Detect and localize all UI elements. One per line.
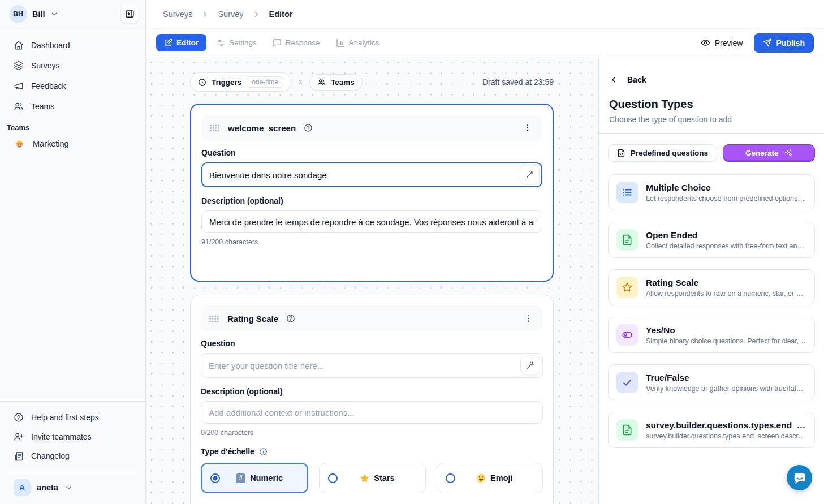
question-type-description: Allow respondents to rate on a numeric, … bbox=[646, 290, 806, 298]
question-type-description: survey.builder.questions.types.end_scree… bbox=[646, 432, 806, 440]
question-card-rating-scale[interactable]: Rating Scale Question Description (optio… bbox=[190, 295, 554, 504]
question-type-yes-no[interactable]: Yes/No Simple binary choice questions. P… bbox=[608, 317, 815, 353]
generate-label: Generate bbox=[745, 149, 779, 157]
scale-option-emoji[interactable]: Emoji bbox=[437, 463, 543, 493]
app-root: BH Bill Dashboard Surveys Feedb bbox=[0, 0, 824, 504]
tab-label: Response bbox=[286, 38, 320, 47]
chevron-down-icon bbox=[50, 10, 58, 18]
tab-response[interactable]: Response bbox=[266, 34, 326, 52]
workspace-name: Bill bbox=[32, 10, 45, 19]
sidebar-item-label: Surveys bbox=[31, 61, 60, 70]
info-icon[interactable] bbox=[259, 447, 268, 456]
question-type-list: Multiple Choice Let respondents choose f… bbox=[608, 174, 815, 448]
eye-icon bbox=[701, 38, 710, 48]
publish-button[interactable]: Publish bbox=[754, 33, 814, 53]
question-type-rating-scale[interactable]: Rating Scale Allow respondents to rate o… bbox=[608, 269, 815, 305]
sidebar-item-help[interactable]: Help and first steps bbox=[7, 408, 139, 427]
sidebar-section-teams: Teams bbox=[0, 115, 145, 134]
scale-option-label: Stars bbox=[374, 473, 394, 483]
question-type-title: Open Ended bbox=[646, 230, 806, 240]
triggers-chip[interactable]: Triggers one-time bbox=[190, 72, 291, 92]
teams-chip[interactable]: Teams bbox=[309, 74, 363, 91]
draft-status: Draft saved at 23:59 bbox=[482, 77, 554, 87]
one-time-badge: one-time bbox=[247, 76, 283, 88]
chevron-down-icon bbox=[64, 484, 73, 492]
scale-option-label: Numeric bbox=[250, 473, 283, 483]
drag-handle-icon[interactable] bbox=[209, 124, 220, 132]
ai-wand-button[interactable] bbox=[520, 356, 540, 376]
sidebar-item-label: Invite teammates bbox=[31, 432, 92, 441]
question-card-welcome-screen[interactable]: welcome_screen Question Description (opt… bbox=[190, 104, 554, 282]
chat-bubble-icon bbox=[793, 471, 806, 485]
sparkles-icon bbox=[784, 149, 792, 157]
question-type-description: Collect detailed responses with free-for… bbox=[646, 242, 806, 250]
question-type-end-screen[interactable]: survey.builder.questions.types.end_scr..… bbox=[608, 412, 815, 448]
back-button[interactable]: Back bbox=[609, 75, 814, 84]
radio-selected-icon bbox=[210, 473, 220, 483]
panel-title: Question Types bbox=[609, 98, 814, 111]
scale-option-numeric[interactable]: # Numeric bbox=[201, 463, 308, 493]
question-type-description: Verify knowledge or gather opinions with… bbox=[646, 385, 806, 393]
teams-chip-label: Teams bbox=[331, 78, 355, 87]
tab-label: Editor bbox=[176, 38, 199, 47]
chevron-left-icon bbox=[609, 75, 618, 84]
question-type-open-ended[interactable]: Open Ended Collect detailed responses wi… bbox=[608, 222, 815, 258]
layers-icon bbox=[14, 61, 24, 71]
sidebar-item-teams[interactable]: Teams bbox=[7, 97, 139, 115]
workspace-avatar: BH bbox=[9, 5, 27, 23]
scale-option-stars[interactable]: Stars bbox=[319, 463, 425, 493]
card-menu-icon[interactable] bbox=[521, 312, 535, 325]
wand-sparkles-icon bbox=[526, 361, 534, 370]
scale-option-label: Emoji bbox=[490, 473, 512, 483]
smiley-emoji-icon bbox=[476, 473, 486, 483]
construction-worker-emoji-icon bbox=[15, 139, 24, 148]
sidebar-item-feedback[interactable]: Feedback bbox=[7, 77, 139, 95]
question-type-title: Rating Scale bbox=[646, 278, 806, 288]
preview-button[interactable]: Preview bbox=[701, 38, 743, 48]
tab-label: Settings bbox=[229, 38, 257, 47]
drag-handle-icon[interactable] bbox=[209, 315, 219, 323]
ai-wand-button[interactable] bbox=[520, 165, 540, 185]
tab-settings[interactable]: Settings bbox=[210, 34, 263, 52]
description-input[interactable] bbox=[201, 401, 543, 424]
predefined-questions-button[interactable]: Predefined questions bbox=[608, 144, 717, 162]
list-icon bbox=[616, 182, 638, 203]
sidebar-collapse-button[interactable] bbox=[121, 5, 139, 23]
user-menu[interactable]: A aneta bbox=[9, 472, 136, 504]
description-input[interactable] bbox=[201, 210, 542, 233]
breadcrumb-surveys[interactable]: Surveys bbox=[163, 10, 192, 19]
char-count: 0/200 characters bbox=[201, 429, 543, 437]
tab-editor[interactable]: Editor bbox=[156, 34, 206, 51]
file-text-icon bbox=[616, 419, 638, 441]
question-input[interactable] bbox=[201, 162, 542, 187]
sidebar-team-marketing[interactable]: Marketing bbox=[7, 134, 139, 153]
card-header: welcome_screen bbox=[201, 115, 542, 141]
sidebar-item-surveys[interactable]: Surveys bbox=[7, 57, 139, 75]
help-circle-icon[interactable] bbox=[286, 314, 295, 323]
sidebar-item-invite[interactable]: Invite teammates bbox=[7, 428, 139, 446]
help-circle-icon bbox=[14, 412, 24, 423]
sidebar-item-label: Help and first steps bbox=[31, 413, 99, 422]
question-type-description: Let respondents choose from predefined o… bbox=[646, 195, 806, 203]
edit-icon bbox=[164, 38, 172, 47]
question-type-multiple-choice[interactable]: Multiple Choice Let respondents choose f… bbox=[608, 174, 815, 210]
question-input[interactable] bbox=[201, 353, 543, 378]
home-icon bbox=[14, 40, 24, 50]
toggle-icon bbox=[616, 324, 638, 346]
sidebar-item-changelog[interactable]: Changelog bbox=[7, 447, 139, 465]
card-menu-icon[interactable] bbox=[521, 121, 534, 135]
clock-icon bbox=[198, 78, 206, 87]
sidebar-item-dashboard[interactable]: Dashboard bbox=[7, 36, 139, 54]
breadcrumb-survey[interactable]: Survey bbox=[218, 10, 243, 19]
breadcrumb-editor: Editor bbox=[269, 10, 293, 19]
question-type-true-false[interactable]: True/False Verify knowledge or gather op… bbox=[608, 364, 815, 400]
sidebar-item-label: Feedback bbox=[31, 81, 66, 91]
generate-button[interactable]: Generate bbox=[723, 144, 815, 162]
panel-collapse-icon bbox=[125, 9, 135, 19]
chat-widget-button[interactable] bbox=[787, 465, 812, 490]
chevron-right-icon bbox=[296, 78, 304, 86]
help-circle-icon[interactable] bbox=[304, 123, 313, 132]
workspace-switcher[interactable]: BH Bill bbox=[0, 0, 145, 28]
tab-analytics[interactable]: Analytics bbox=[330, 34, 386, 52]
users-icon bbox=[317, 78, 326, 87]
